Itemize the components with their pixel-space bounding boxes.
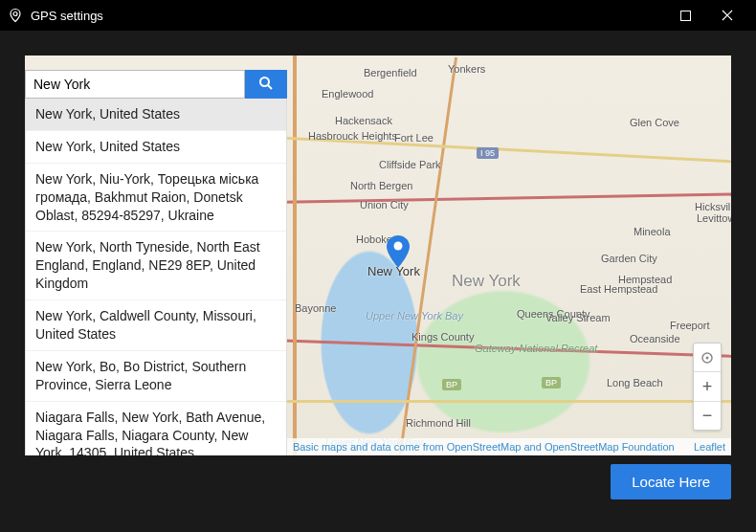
svg-point-4 bbox=[706, 356, 709, 359]
location-pin-icon bbox=[8, 8, 23, 23]
map-place-label: Englewood bbox=[322, 88, 373, 100]
map-place-label: Bergenfield bbox=[364, 67, 417, 78]
highway-shield: BP bbox=[542, 377, 561, 388]
map-place-label: Yonkers bbox=[448, 63, 485, 75]
highway-shield: I 95 bbox=[477, 147, 499, 159]
svg-point-0 bbox=[13, 12, 17, 16]
search-suggestions: New York, United States New York, United… bbox=[25, 99, 287, 455]
suggestion-item[interactable]: New York, North Tyneside, North East Eng… bbox=[26, 231, 286, 299]
content: Yonkers Bergenfield Englewood Hackensack… bbox=[25, 55, 731, 507]
suggestion-item[interactable]: Niagara Falls, New York, Bath Avenue, Ni… bbox=[26, 401, 286, 455]
search-button[interactable] bbox=[245, 70, 287, 99]
zoom-in-button[interactable]: + bbox=[694, 372, 721, 401]
suggestion-item[interactable]: New York, Caldwell County, Missouri, Uni… bbox=[26, 299, 286, 350]
map-place-label: Freeport bbox=[670, 320, 710, 331]
map-place-label: Garden City bbox=[601, 253, 657, 264]
map-place-label: Union City bbox=[360, 199, 409, 211]
map-place-label: Kings County bbox=[411, 331, 474, 343]
locate-here-button[interactable]: Locate Here bbox=[611, 464, 731, 499]
map-area[interactable]: Yonkers Bergenfield Englewood Hackensack… bbox=[25, 55, 731, 455]
svg-rect-1 bbox=[680, 11, 690, 20]
close-button[interactable] bbox=[706, 0, 748, 31]
map-place-label: Hicksville bbox=[695, 201, 731, 212]
suggestion-item[interactable]: New York, United States bbox=[26, 99, 286, 130]
map-place-label: Mineola bbox=[634, 226, 671, 237]
leaflet-link[interactable]: Leaflet bbox=[694, 441, 725, 453]
map-place-label: Richmond Hill bbox=[406, 417, 471, 429]
suggestion-item[interactable]: New York, Bo, Bo District, Southern Prov… bbox=[26, 350, 286, 401]
search-panel: New York, United States New York, United… bbox=[25, 70, 287, 455]
svg-point-5 bbox=[260, 78, 269, 86]
map-place-label: Valley Stream bbox=[545, 312, 611, 323]
zoom-controls: + − bbox=[693, 343, 722, 431]
window-title: GPS settings bbox=[31, 9, 664, 23]
map-place-label: Glen Cove bbox=[630, 117, 679, 128]
attribution-text[interactable]: Basic maps and data come from OpenStreet… bbox=[293, 441, 675, 453]
maximize-button[interactable] bbox=[664, 0, 706, 31]
bottom-bar: Locate Here bbox=[25, 455, 731, 507]
map-place-label: Hackensack bbox=[335, 115, 392, 126]
svg-point-2 bbox=[394, 242, 403, 251]
titlebar: GPS settings bbox=[0, 0, 756, 31]
map-place-label: North Bergen bbox=[350, 180, 412, 191]
suggestion-item[interactable]: New York, Niu-York, Торецька міська гром… bbox=[26, 163, 286, 232]
map-place-label: Gateway National Recreat bbox=[475, 343, 597, 354]
map-place-label: Fort Lee bbox=[394, 132, 434, 144]
map-place-label: Bayonne bbox=[295, 302, 336, 314]
recenter-button[interactable] bbox=[694, 344, 721, 372]
map-place-label: East Hempstead bbox=[580, 283, 657, 295]
map-place-label: Levittown bbox=[697, 212, 731, 224]
map-attribution: Basic maps and data come from OpenStreet… bbox=[287, 438, 731, 455]
zoom-out-button[interactable]: − bbox=[694, 401, 721, 430]
highway-shield: BP bbox=[442, 379, 461, 390]
map-place-label: Upper New York Bay bbox=[366, 310, 463, 321]
search-input[interactable] bbox=[25, 70, 245, 99]
map-place-label: Oceanside bbox=[630, 333, 680, 344]
suggestion-item[interactable]: New York, United States bbox=[26, 130, 286, 163]
location-marker-icon[interactable] bbox=[387, 235, 410, 268]
map-place-label: Cliffside Park bbox=[379, 159, 441, 170]
map-place-label: Long Beach bbox=[607, 377, 663, 388]
svg-line-6 bbox=[268, 85, 272, 89]
search-icon bbox=[258, 76, 274, 94]
map-big-label: New York bbox=[452, 272, 521, 291]
window-controls bbox=[664, 0, 748, 31]
map-place-label: Hasbrouck Heights bbox=[308, 130, 397, 142]
